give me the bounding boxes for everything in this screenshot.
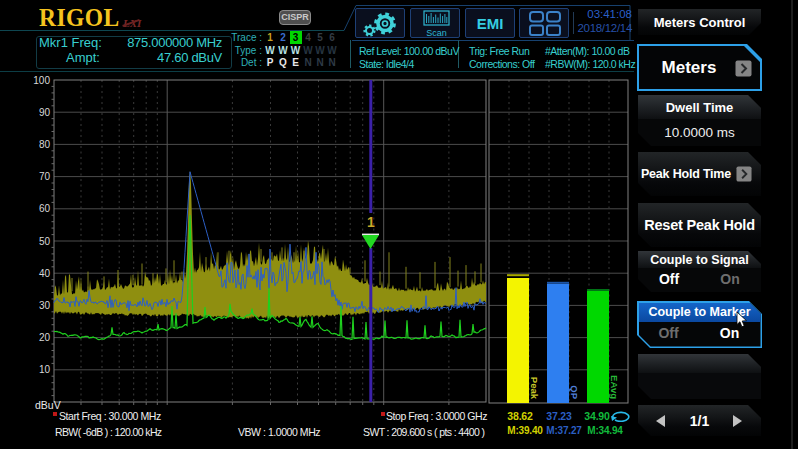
svg-text:30: 30 — [39, 300, 51, 311]
svg-text:50: 50 — [39, 236, 51, 247]
svg-text:90: 90 — [39, 107, 51, 118]
svg-text:1: 1 — [367, 214, 375, 230]
svg-text:QP: QP — [569, 385, 580, 399]
svg-text:20: 20 — [39, 332, 51, 343]
svg-text:100: 100 — [33, 75, 50, 86]
svg-text:40: 40 — [39, 268, 51, 279]
svg-text:10: 10 — [39, 364, 51, 375]
svg-text:EAvg: EAvg — [609, 375, 620, 399]
svg-text:60: 60 — [39, 203, 51, 214]
svg-text:80: 80 — [39, 139, 51, 150]
svg-text:70: 70 — [39, 171, 51, 182]
svg-text:Peak: Peak — [529, 377, 540, 400]
